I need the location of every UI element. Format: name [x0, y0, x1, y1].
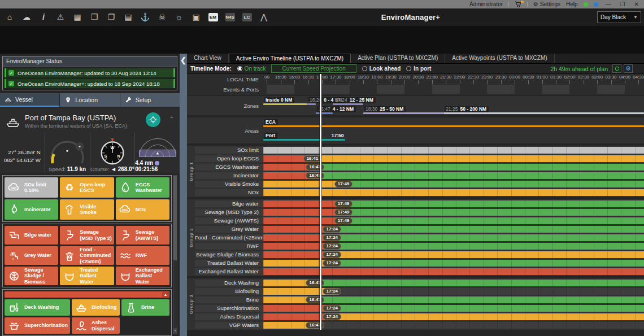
lc-module-icon[interactable]: LC: [241, 11, 253, 23]
left-panel: EnviroManager Status ✓OneOcean EnviroMan…: [0, 54, 180, 336]
cloud-upload-icon[interactable]: ☁: [20, 11, 33, 23]
alert-triangle-icon[interactable]: ⚠: [54, 11, 67, 23]
tile-incinerator[interactable]: Incinerator: [5, 199, 58, 220]
segment-warn: [333, 313, 644, 320]
tile-sewage-sludge-biomass[interactable]: Sewage Sludge / Biomass: [5, 267, 58, 285]
tiles-scroll-thumb[interactable]: [173, 176, 177, 260]
longitude-value: 082° 54.612' W: [4, 156, 41, 164]
time-tick-label: 15:30: [275, 75, 286, 80]
theme-select[interactable]: Day Black ▼: [597, 11, 641, 23]
journal-icon[interactable]: ❒: [88, 11, 101, 23]
weather-icon[interactable]: ☼: [173, 11, 185, 23]
tile-egcs-washwater[interactable]: EGCS Washwater: [116, 177, 169, 198]
tab-active-waypoints-ustpa-to-mxczm[interactable]: Active Waypoints (USTPA to MXCZM): [445, 54, 554, 63]
gantt-group-2: Group 2Bilge water17:49Sewage (MSD Type …: [187, 199, 644, 276]
checkbox-checked-icon[interactable]: ✓: [8, 81, 14, 86]
tile-food-comminuted-25mm[interactable]: Food - Comminuted (<25mm): [60, 246, 114, 265]
timeline-refresh-button[interactable]: [612, 64, 621, 73]
transition-time-badge: 16:47: [306, 172, 324, 179]
tile-sewage-msd-type-2[interactable]: Sewage (MSD Type 2): [60, 226, 114, 245]
tile-rwf[interactable]: RWF: [116, 246, 169, 265]
main-toolbar: ⌂☁i⚠▦❒❐▤⚓☠☼▣EMN4SLC⋀ EnviroManager+ Day …: [0, 8, 644, 27]
wrench-icon: [125, 97, 132, 104]
events-hour-stripe: [487, 85, 515, 94]
tile-nox[interactable]: NOxNOx: [116, 199, 169, 220]
superchlorination-icon: [7, 319, 21, 333]
drafting-compass-icon[interactable]: ⋀: [258, 11, 270, 23]
tile-sox-limit-0-10[interactable]: SOxSOx limit 0.10%: [5, 177, 58, 198]
n4s-module-icon[interactable]: N4S: [224, 11, 236, 23]
nav-tab-location[interactable]: Location: [60, 93, 119, 107]
tiles-scroll-down-icon[interactable]: ▾: [173, 328, 177, 334]
tile-grey-water[interactable]: Grey Water: [5, 246, 58, 265]
ballast-tank-icon: [63, 269, 76, 283]
map-icon[interactable]: ▦: [71, 11, 84, 23]
radio-in-port[interactable]: In port: [406, 66, 431, 72]
close-button[interactable]: ✕: [633, 1, 641, 7]
help-button[interactable]: Help: [566, 1, 578, 7]
current-speed-projection-button[interactable]: Current Speed Projection: [271, 64, 356, 73]
tile-superchlorination[interactable]: Superchlorination: [5, 317, 70, 334]
sox-cloud-icon: SOx: [7, 181, 21, 194]
nox-cloud-icon: NOx: [119, 203, 132, 216]
time-tick-label: 17:30: [330, 75, 341, 80]
tab-active-plan-ustpa-to-mxczm[interactable]: Active Plan (USTPA to MXCZM): [351, 54, 445, 63]
tile-visible-smoke[interactable]: Visible Smoke: [60, 199, 114, 220]
nav-tab-vessel[interactable]: Vessel: [0, 93, 59, 107]
nav-tab-setup[interactable]: Setup: [120, 93, 180, 107]
minimize-button[interactable]: —: [604, 1, 613, 7]
events-hour-stripe: [597, 85, 625, 94]
tile-bilge-water[interactable]: Bilge water: [5, 226, 58, 245]
gantt-row-rwf: RWF17:24: [195, 243, 644, 250]
segment-good: [321, 164, 644, 171]
gantt-row-label: Incinerator: [195, 172, 263, 179]
segment-bad: [263, 200, 345, 207]
radio-on-track[interactable]: On track: [237, 66, 266, 72]
tile-ashes-dispersal[interactable]: Ashes Dispersal: [72, 317, 120, 334]
tile-deck-washing[interactable]: Deck Washing: [5, 299, 70, 316]
maximize-button[interactable]: ❐: [619, 1, 627, 7]
gantt-row-deck-washing: Deck Washing16:47: [195, 280, 644, 286]
segment-good: [345, 181, 644, 187]
gantt-row-biofouling: Biofouling17:24: [195, 288, 644, 295]
anchor-icon[interactable]: ⚓: [139, 11, 151, 23]
tile-biofouling[interactable]: Biofouling: [72, 299, 120, 316]
gantt-row-label: Treated Ballast Water: [195, 260, 263, 267]
collapse-up-icon[interactable]: ▲: [162, 292, 169, 297]
time-tick-mark: [281, 80, 281, 84]
tile-open-loop-egcs[interactable]: ♻Open-loop EGCS: [60, 177, 114, 198]
home-icon[interactable]: ⌂: [3, 11, 16, 23]
transition-time-badge: 17:24: [323, 243, 341, 250]
gantt-row-bilge-water: Bilge water17:49: [195, 200, 644, 207]
collapse-chevron-icon[interactable]: ⌃: [169, 116, 174, 122]
id-card-icon[interactable]: ▣: [190, 11, 202, 23]
radio-dot-icon: [406, 66, 411, 71]
cart-icon[interactable]: [515, 1, 521, 7]
tile-exchanged-ballast-water[interactable]: Exchanged Ballast Water: [116, 267, 169, 285]
tab-chart-view[interactable]: Chart View: [187, 54, 229, 63]
radio-look-ahead[interactable]: Look ahead: [362, 66, 401, 72]
tile-brine[interactable]: Brine: [121, 299, 169, 316]
logbook-icon[interactable]: ▤: [122, 11, 134, 23]
settings-button[interactable]: ⚙ Settings: [533, 1, 560, 7]
panel-splitter[interactable]: ❮: [180, 54, 187, 336]
time-tick-mark: [350, 80, 350, 84]
gantt-row-label: Bilge water: [195, 200, 263, 207]
info-icon[interactable]: i: [37, 11, 50, 23]
checkbox-checked-icon[interactable]: ✓: [8, 70, 14, 76]
tile-treated-ballast-water[interactable]: Treated Ballast Water: [60, 267, 114, 285]
tile-sewage-awwts[interactable]: Sewage (AWWTS): [116, 226, 169, 245]
transition-time-badge: 16:47: [306, 164, 324, 171]
faucet-icon: [7, 249, 21, 263]
em-module-icon[interactable]: EM: [207, 11, 219, 23]
timeline-settings-button[interactable]: ⚙: [624, 64, 633, 73]
time-tick-label: 16:00: [289, 75, 300, 80]
flame-icon: [7, 203, 21, 216]
open-book-icon[interactable]: ❐: [105, 11, 118, 23]
gear-icon: ⚙: [533, 1, 538, 7]
tab-active-enviro-timeline-ustpa-to-mxczm[interactable]: Active Enviro Timeline (USTPA to MXCZM): [229, 54, 351, 63]
time-tick-mark: [501, 80, 502, 84]
security-skull-icon[interactable]: ☠: [156, 11, 168, 23]
locate-target-button[interactable]: [146, 112, 160, 127]
tiles-scrollbar[interactable]: ▾: [173, 175, 177, 334]
